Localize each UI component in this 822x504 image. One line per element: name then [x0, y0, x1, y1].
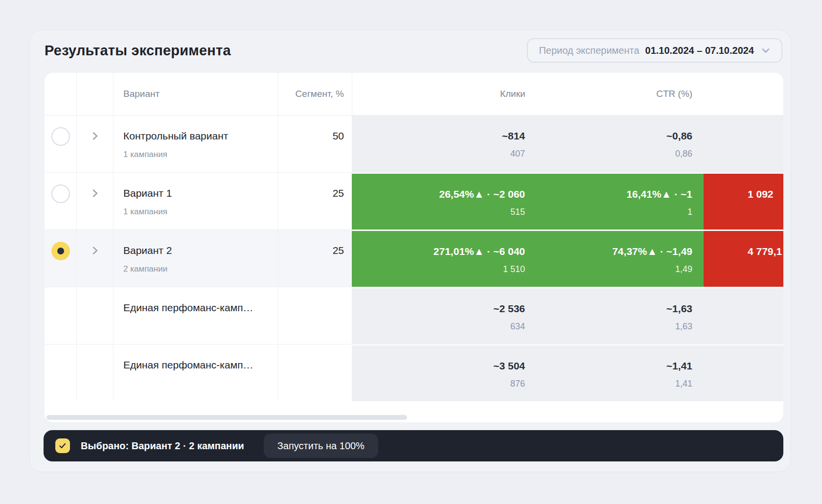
expand-chevron-right-icon[interactable] [77, 173, 113, 229]
clicks-cell: ~3 504 876 [352, 344, 534, 401]
period-selector[interactable]: Период эксперимента 01.10.2024 – 07.10.2… [527, 38, 782, 63]
campaign-name: Единая перфоманс-камп… [123, 344, 278, 375]
checkmark-icon [58, 441, 67, 450]
column-header-ctr: CTR (%) [534, 73, 704, 115]
selected-checkbox[interactable] [55, 438, 70, 453]
launch-100-button[interactable]: Запустить на 100% [264, 434, 378, 458]
variant-name: Вариант 1 [123, 183, 278, 203]
chevron-down-icon [760, 45, 772, 56]
clicks-cell-positive: 26,54%▲ · ~2 060 515 [352, 173, 534, 229]
radio-variant-1[interactable] [45, 173, 76, 229]
ctr-cell: ~1,63 1,63 [534, 287, 704, 344]
selection-footer-bar: Выбрано: Вариант 2 · 2 кампании Запустит… [44, 430, 783, 461]
period-value: 01.10.2024 – 07.10.2024 [645, 45, 754, 56]
segment-value: 25 [333, 245, 344, 256]
table-row-variant-1[interactable]: Вариант 1 1 кампания 25 26,54%▲ · ~2 060… [45, 172, 783, 229]
segment-value: 50 [333, 130, 344, 141]
ctr-cell-positive: 16,41%▲ · ~1 1 [534, 173, 704, 229]
table-row-variant-2[interactable]: Вариант 2 2 кампании 25 271,01%▲ · ~6 04… [45, 229, 783, 287]
column-header-cost-cut [704, 73, 783, 115]
cost-cell-cut [704, 344, 783, 401]
clicks-cell: ~814 407 [352, 115, 534, 172]
horizontal-scrollbar-thumb[interactable] [46, 415, 407, 420]
table-header-row: Вариант Сегмент, % Клики CTR (%) [45, 73, 783, 115]
ctr-cell: ~0,86 0,86 [534, 115, 704, 172]
period-label: Период эксперимента [539, 45, 639, 56]
ctr-cell: ~1,41 1,41 [534, 344, 704, 401]
segment-value: 25 [333, 187, 344, 199]
column-header-segment: Сегмент, % [278, 73, 352, 115]
variant-name: Вариант 2 [123, 241, 278, 260]
radio-variant-2-selected[interactable] [45, 230, 76, 287]
variant-campaign-count: 1 кампания [123, 147, 278, 162]
table-row-control-variant[interactable]: Контрольный вариант 1 кампания 50 ~814 4… [45, 115, 783, 172]
cost-cell-negative-cut: 4 779,1 [704, 230, 783, 287]
table-row-campaign[interactable]: Единая перфоманс-камп… ~3 504 876 ~1,41 … [45, 344, 783, 401]
campaign-name: Единая перфоманс-камп… [123, 287, 278, 318]
selection-summary: Выбрано: Вариант 2 · 2 кампании [81, 440, 244, 452]
variant-campaign-count: 1 кампания [123, 204, 278, 220]
variant-campaign-count: 2 кампании [123, 261, 278, 277]
column-header-clicks: Клики [352, 73, 534, 115]
column-header-variant: Вариант [114, 73, 278, 115]
cost-cell-cut [704, 287, 783, 344]
cost-cell-negative-cut: 1 092 [704, 173, 783, 229]
cost-cell-cut [704, 115, 783, 172]
clicks-cell-positive: 271,01%▲ · ~6 040 1 510 [352, 230, 534, 287]
radio-control-variant[interactable] [45, 115, 76, 172]
expand-chevron-right-icon[interactable] [77, 115, 113, 172]
expand-chevron-right-icon[interactable] [77, 230, 113, 287]
header-select-column [45, 73, 76, 115]
page-title: Результаты эксперимента [45, 43, 231, 59]
clicks-cell: ~2 536 634 [352, 287, 534, 344]
experiment-results-card: Результаты эксперимента Период экспериме… [29, 29, 791, 472]
results-table: Вариант Сегмент, % Клики CTR (%) Контрол… [45, 73, 783, 422]
table-row-campaign[interactable]: Единая перфоманс-камп… ~2 536 634 ~1,63 … [45, 287, 783, 344]
header-expand-column [76, 73, 113, 115]
ctr-cell-positive: 74,37%▲ · ~1,49 1,49 [534, 230, 704, 287]
variant-name: Контрольный вариант [123, 126, 278, 146]
